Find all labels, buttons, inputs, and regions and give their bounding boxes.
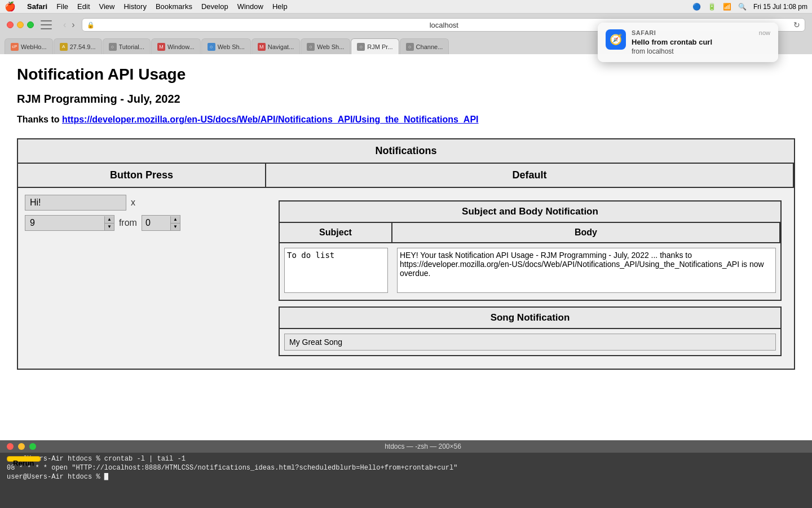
button-press-col: Button Press x [18, 164, 266, 369]
from-down-button[interactable]: ▼ [171, 224, 180, 230]
body-col-header: Body [392, 223, 780, 243]
tab-6[interactable]: M Navigat... [251, 38, 300, 54]
minimize-button[interactable] [17, 21, 24, 28]
maximize-button[interactable] [27, 21, 34, 28]
song-body [280, 329, 780, 355]
thanks-line: Thanks to https://developer.mozilla.org/… [17, 115, 795, 125]
tab-favicon: A [60, 43, 68, 51]
menubar-help[interactable]: Help [272, 2, 288, 11]
notification-popup: 🧭 SAFARI now Hello from crontab curl fro… [598, 23, 778, 62]
tab-label: Channe... [416, 43, 443, 50]
subject-col: Subject [280, 223, 392, 300]
notification-content: SAFARI now Hello from crontab curl from … [632, 29, 770, 55]
song-input[interactable] [284, 334, 776, 351]
tab-label: Tutorial... [119, 43, 144, 50]
tab-3[interactable]: ○ Tutorial... [103, 38, 151, 54]
notification-app-icon: 🧭 [606, 29, 626, 50]
wifi-icon[interactable]: 📶 [723, 3, 731, 11]
search-icon[interactable]: 🔍 [738, 3, 747, 11]
terminal-close[interactable] [7, 443, 14, 450]
notification-app-name: SAFARI [632, 29, 656, 36]
menubar-develop[interactable]: Develop [201, 2, 228, 11]
body-textarea[interactable] [397, 248, 776, 293]
back-button[interactable]: ‹ [61, 20, 68, 29]
from-input-container: ▲ ▼ [142, 215, 180, 231]
forward-button[interactable]: › [69, 20, 77, 29]
tab-label: Web Sh... [317, 43, 344, 50]
menubar-file[interactable]: File [56, 2, 68, 11]
tab-label: Navigat... [268, 43, 294, 50]
terminal-minimize[interactable] [18, 443, 25, 450]
col2-header: Default [266, 164, 794, 188]
from-up-button[interactable]: ▲ [171, 216, 180, 224]
from-spinners: ▲ ▼ [170, 216, 180, 230]
rerun-button[interactable]: Rerun [7, 456, 41, 462]
tab-favicon: ○ [208, 43, 215, 51]
tab-1[interactable]: cP WebHo... [5, 38, 53, 54]
menubar: 🍎 Safari File Edit View History Bookmark… [0, 0, 812, 14]
tab-label: Window... [167, 43, 195, 50]
terminal: htdocs — -zsh — 200×56 user@Users-Air ht… [0, 440, 812, 508]
col1-header: Button Press [18, 164, 266, 188]
number-down-button[interactable]: ▼ [105, 224, 114, 230]
refresh-icon[interactable]: ↻ [793, 20, 800, 29]
number-up-button[interactable]: ▲ [105, 216, 114, 224]
terminal-line-3: user@Users-Air htdocs % █ [7, 473, 805, 481]
terminal-maximize[interactable] [29, 443, 36, 450]
tab-favicon: cP [11, 43, 19, 51]
tab-favicon: ○ [357, 43, 365, 51]
tab-8[interactable]: ○ RJM Pr... [351, 38, 399, 54]
hi-input-row: x [25, 195, 259, 211]
battery-icon: 🔋 [708, 3, 716, 11]
terminal-content[interactable]: user@Users-Air htdocs % crontab -l | tai… [0, 453, 812, 508]
tab-2[interactable]: A 27.54.9... [54, 38, 102, 54]
tab-favicon: ○ [307, 43, 315, 51]
traffic-lights [7, 21, 34, 28]
tab-7[interactable]: ○ Web Sh... [301, 38, 350, 54]
notifications-container: Notifications Button Press x [17, 138, 795, 370]
hi-input[interactable] [25, 195, 126, 211]
terminal-titlebar: htdocs — -zsh — 200×56 [0, 440, 812, 453]
menubar-bookmarks[interactable]: Bookmarks [156, 2, 192, 11]
body-col: Body [392, 223, 780, 300]
subject-input[interactable] [284, 248, 388, 293]
tab-label: RJM Pr... [367, 43, 392, 50]
menubar-view[interactable]: View [99, 2, 115, 11]
sidebar-toggle[interactable] [41, 20, 52, 29]
tab-4[interactable]: M Window... [151, 38, 201, 54]
number-input[interactable] [25, 216, 104, 230]
lock-icon: 🔒 [87, 21, 95, 29]
number-input-container: ▲ ▼ [25, 215, 114, 231]
tab-label: Web Sh... [218, 43, 245, 50]
subject-col-header: Subject [280, 223, 392, 243]
terminal-title: htdocs — -zsh — 200×56 [41, 443, 805, 450]
bluetooth-icon[interactable]: 🔵 [692, 3, 701, 11]
menubar-window[interactable]: Window [237, 2, 263, 11]
menubar-edit[interactable]: Edit [77, 2, 90, 11]
menubar-safari[interactable]: Safari [27, 2, 47, 11]
menubar-history[interactable]: History [123, 2, 146, 11]
clock: Fri 15 Jul 1:08 pm [753, 3, 807, 11]
page-subtitle: RJM Programming - July, 2022 [17, 93, 795, 106]
terminal-line-1: user@Users-Air htdocs % crontab -l | tai… [7, 455, 805, 463]
notification-time: now [759, 29, 770, 36]
tab-5[interactable]: ○ Web Sh... [201, 38, 251, 54]
song-section: Song Notification [279, 306, 782, 356]
notifications-header: Notifications [18, 139, 794, 164]
tab-9[interactable]: ○ Channe... [400, 38, 449, 54]
close-button[interactable] [7, 21, 14, 28]
page-content: Notification API Usage RJM Programming -… [0, 54, 812, 440]
number-row: ▲ ▼ from ▲ ▼ [25, 215, 259, 231]
thanks-link[interactable]: https://developer.mozilla.org/en-US/docs… [62, 115, 478, 124]
sb-cols: Subject Body [280, 223, 780, 300]
number-spinners: ▲ ▼ [104, 216, 114, 230]
tab-favicon: ○ [109, 43, 117, 51]
tab-label: WebHo... [21, 43, 47, 50]
nav-buttons: ‹ › [61, 20, 77, 29]
apple-menu[interactable]: 🍎 [5, 1, 16, 12]
subject-body-section: Subject and Body Notification Subject [279, 200, 782, 301]
default-col: Default Subject and Body Notification Su… [266, 164, 794, 369]
from-input[interactable] [142, 216, 170, 230]
tab-favicon: M [258, 43, 266, 51]
button-press-body: x ▲ ▼ [18, 188, 266, 238]
